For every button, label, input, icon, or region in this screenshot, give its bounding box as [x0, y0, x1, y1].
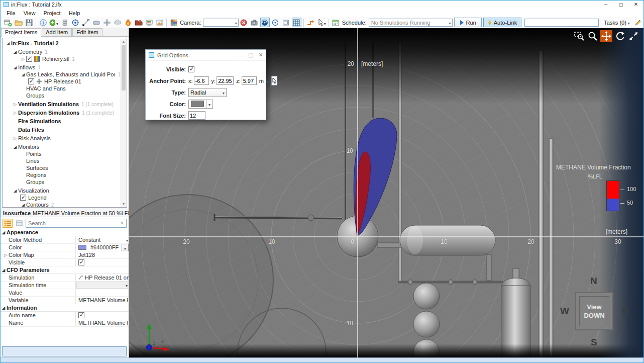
menu-file[interactable]: File	[3, 10, 20, 16]
color-dropdown-button[interactable]	[122, 244, 129, 251]
edit-pencil-icon[interactable]	[633, 18, 643, 27]
tree-item-monitors[interactable]: Monitors	[3, 143, 121, 150]
autolink-button[interactable]: Auto-Link	[483, 18, 521, 27]
expander-icon[interactable]	[12, 111, 18, 115]
expander-icon[interactable]	[12, 189, 18, 193]
palette-grid-icon[interactable]	[169, 18, 178, 27]
menu-help[interactable]: Help	[65, 10, 84, 16]
clear-search-icon[interactable]	[118, 220, 126, 227]
geometry-stack-icon[interactable]	[60, 18, 69, 27]
expander-icon[interactable]	[12, 65, 18, 70]
checkbox[interactable]	[26, 56, 32, 62]
open-folder-icon[interactable]	[14, 18, 23, 27]
menu-project[interactable]: Project	[39, 10, 64, 16]
tree-item-fire[interactable]: Fire Simulations	[3, 118, 121, 125]
tree-item-points[interactable]: Points	[3, 150, 121, 157]
scroll-thumb[interactable]	[122, 45, 126, 90]
remove-camera-icon[interactable]	[239, 18, 249, 27]
expander-icon[interactable]	[20, 57, 26, 61]
auto-name-checkbox[interactable]	[78, 312, 84, 318]
expander-icon[interactable]	[20, 72, 26, 77]
checkbox[interactable]	[20, 195, 26, 201]
pick-point-button[interactable]	[271, 76, 277, 85]
plane-tool-icon[interactable]	[91, 18, 101, 27]
anchor-z-input[interactable]	[242, 76, 257, 85]
schedule-select[interactable]: No Simulations Running	[369, 19, 453, 27]
grid-visible-checkbox[interactable]	[188, 66, 194, 72]
move-item-icon[interactable]	[306, 18, 315, 27]
tree-item-data-files[interactable]: Data Files	[3, 126, 121, 133]
dialog-maximize-button[interactable]	[246, 52, 256, 58]
tree-item-lines[interactable]: Lines	[3, 157, 121, 164]
value-input[interactable]	[76, 290, 129, 296]
tab-project-items[interactable]: Project Items	[1, 28, 41, 37]
dialog-minimize-button[interactable]	[236, 52, 246, 58]
expander-icon[interactable]	[20, 203, 26, 207]
tree-scrollbar[interactable]: ▲ ▼	[121, 39, 126, 207]
orbit-view-icon[interactable]	[260, 18, 270, 27]
tree-item-root[interactable]: in:Flux - Tutorial 2	[3, 40, 121, 47]
zoom-region-icon[interactable]	[573, 30, 585, 42]
visible-checkbox[interactable]	[78, 259, 84, 265]
expander-icon[interactable]	[12, 145, 18, 149]
view-cube[interactable]: View DOWN	[575, 292, 613, 330]
expander-icon[interactable]	[3, 253, 9, 257]
simulation-time-select[interactable]	[76, 282, 128, 289]
units-select[interactable]: m	[259, 78, 264, 84]
flame-icon[interactable]	[123, 18, 133, 27]
anchor-x-input[interactable]	[194, 76, 209, 85]
list-view-button[interactable]	[3, 219, 13, 228]
tree-item-refinery[interactable]: Refinery.stl1	[3, 55, 121, 62]
tasks-dropdown[interactable]: Tasks (0)	[604, 20, 630, 26]
fan-icon[interactable]	[102, 18, 112, 27]
tree-item-hp-release[interactable]: HP Release 01	[3, 78, 121, 85]
scroll-up-icon[interactable]: ▲	[121, 39, 126, 44]
tree-item-legend[interactable]: Legend	[3, 194, 121, 201]
monitor-icon[interactable]	[144, 18, 154, 27]
task-filter-input[interactable]	[524, 19, 599, 27]
tree-item-ventilation[interactable]: Ventilation Simulations1 (1 complete)	[3, 101, 121, 108]
viewport-3d[interactable]: 20 [meters] 10 0 10 20 10 10 20 30 [mete…	[129, 28, 643, 357]
save-icon[interactable]	[24, 18, 34, 27]
color-swatch[interactable]	[78, 245, 86, 250]
close-button[interactable]	[628, 1, 643, 9]
color-method-select[interactable]: Constant	[76, 237, 128, 243]
expander-icon[interactable]	[12, 136, 18, 141]
group-appearance[interactable]: Appearance	[1, 229, 129, 236]
snapshot-icon[interactable]	[250, 18, 259, 27]
tree-item-groups-monitors[interactable]: Groups	[3, 178, 121, 186]
grid-view-icon[interactable]	[292, 18, 301, 27]
window-view-icon[interactable]	[281, 18, 291, 27]
leak-folder-icon[interactable]	[134, 18, 143, 27]
run-button[interactable]: Run	[454, 18, 482, 27]
tree-item-gas-leaks[interactable]: Gas Leaks, Exhausts and Liquid Pools1	[3, 71, 121, 78]
categorized-view-button[interactable]	[14, 219, 24, 228]
group-cfd-parameters[interactable]: CFD Parameters	[1, 266, 129, 274]
grid-color-select[interactable]	[188, 100, 206, 109]
anchor-target-icon[interactable]	[70, 18, 80, 27]
cloud-icon[interactable]	[113, 18, 122, 27]
camera-select[interactable]	[203, 19, 238, 27]
maximize-button[interactable]	[613, 1, 628, 9]
expander-icon[interactable]	[5, 41, 11, 46]
expander-icon[interactable]	[1, 230, 7, 235]
tree-item-hvac[interactable]: HVAC and Fans	[3, 85, 121, 92]
anchor-y-input[interactable]	[217, 76, 234, 85]
dialog-title-bar[interactable]: Grid Options	[146, 50, 266, 61]
grid-color-dropdown[interactable]	[206, 100, 213, 109]
tree-item-geometry[interactable]: Geometry1	[3, 48, 121, 55]
tree-item-dispersion[interactable]: Dispersion Simulations1 (1 complete)	[3, 109, 121, 116]
tree-item-inflows[interactable]: Inflows1	[3, 64, 121, 71]
tree-item-groups-inflows[interactable]: Groups	[3, 92, 121, 99]
minimize-button[interactable]	[598, 1, 613, 9]
tree-item-risk-analysis[interactable]: Risk Analysis	[3, 135, 121, 142]
rotate-icon[interactable]	[614, 30, 626, 42]
font-size-input[interactable]	[188, 111, 205, 120]
search-input[interactable]	[26, 220, 118, 226]
info-icon[interactable]	[38, 18, 48, 27]
group-information[interactable]: Information	[1, 304, 129, 312]
cursor-tool-icon[interactable]	[316, 18, 327, 27]
menu-view[interactable]: View	[20, 10, 40, 16]
grid-type-select[interactable]: Radial	[188, 88, 227, 97]
add-item-icon[interactable]	[49, 18, 59, 27]
